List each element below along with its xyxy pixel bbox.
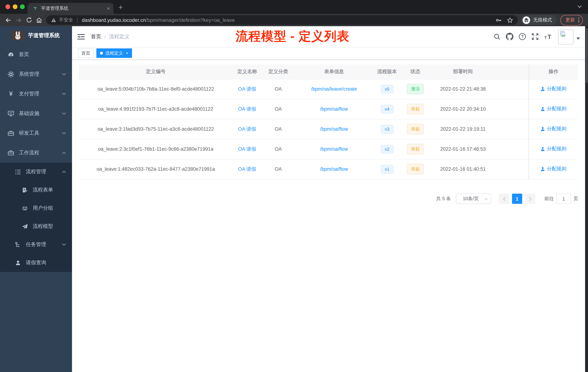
security-label[interactable]: 不安全: [59, 17, 73, 23]
incognito-icon: [523, 16, 530, 24]
form-link[interactable]: /bpm/oa/flow: [320, 126, 348, 132]
back-icon[interactable]: [5, 17, 12, 23]
sidebar-item-user-group[interactable]: 用户分组: [0, 199, 72, 217]
tag-close-icon[interactable]: ×: [126, 51, 128, 55]
incognito-badge: 无痕模式: [521, 15, 556, 25]
sidebar-item-task-management[interactable]: 任务管理: [0, 236, 72, 254]
url-text[interactable]: dashboard.yudao.iocoder.cn/bpm/manager/d…: [82, 17, 491, 23]
definition-name-link[interactable]: OA 请假: [238, 86, 256, 92]
reload-icon[interactable]: [26, 17, 32, 23]
table-body: oa_leave:5:004b710b-7b8a-11ec-8ef0-acde4…: [79, 79, 578, 179]
logo-rabbit-image: [12, 31, 24, 40]
window-minimize-button[interactable]: [13, 4, 17, 9]
cell-actions: 分配规则: [528, 159, 578, 179]
cell-deploy-time: 2022-01-22 20:34:10: [430, 99, 496, 119]
next-page-button[interactable]: [525, 194, 535, 204]
col-deploy-time: 部署时间: [430, 65, 496, 79]
breadcrumb-home[interactable]: 首页: [91, 33, 101, 40]
new-tab-button[interactable]: +: [118, 3, 123, 12]
main-area: 首页 / 流程定义 流程模型 - 定义列表 ?: [72, 26, 588, 372]
sidebar-item-process-management[interactable]: 流程管理: [0, 163, 72, 181]
assign-rule-link[interactable]: 分配规则: [540, 146, 567, 152]
cell-definition-id: oa_leave:2:3c1f0ef1-76b1-11ec-9c66-a2380…: [79, 139, 232, 159]
sidebar-item-process-form[interactable]: 流程表单: [0, 181, 72, 199]
page-number-button[interactable]: 1: [512, 194, 522, 204]
github-icon[interactable]: [506, 33, 514, 40]
window-zoom-button[interactable]: [20, 4, 25, 9]
scrollbar-thumb[interactable]: [586, 28, 588, 83]
cell-actions: 分配规则: [528, 139, 578, 159]
table-row: oa_leave:4:991f2193-7b7f-11ec-a3c8-acde4…: [79, 99, 578, 119]
definition-name-link[interactable]: OA 请假: [238, 126, 256, 131]
page-scrollbar[interactable]: [585, 26, 588, 372]
sidebar-item-workflow[interactable]: 工作流程: [0, 143, 72, 163]
forward-icon[interactable]: [15, 17, 22, 23]
form-link[interactable]: /bpm/oa/flow: [320, 146, 348, 152]
avatar-broken-image[interactable]: [558, 29, 573, 44]
tag-process-definition[interactable]: 流程定义 ×: [96, 48, 132, 58]
tag-home[interactable]: 首页: [78, 48, 94, 58]
tree-icon: [15, 241, 21, 248]
browser-menu-icon[interactable]: [578, 17, 579, 23]
version-badge: v1: [381, 165, 393, 174]
status-badge: 挂起: [407, 164, 424, 174]
security-warning-icon[interactable]: [51, 17, 56, 22]
window-close-button[interactable]: [5, 4, 10, 9]
cell-definition-name: OA 请假: [232, 159, 262, 179]
user-icon: [15, 260, 21, 266]
font-size-icon[interactable]: TT: [544, 33, 553, 40]
definition-name-link[interactable]: OA 请假: [238, 166, 256, 172]
sidebar-item-payment[interactable]: ¥ 支付管理: [0, 84, 72, 104]
update-label[interactable]: 更新: [566, 17, 575, 23]
sidebar-item-label: 系统管理: [19, 71, 39, 77]
browser-tab[interactable]: 芋道管理系统 ×: [28, 3, 114, 14]
definition-name-link[interactable]: OA 请假: [238, 146, 256, 152]
sidebar-logo[interactable]: 芋道管理系统: [0, 26, 72, 45]
sidebar-item-process-model[interactable]: 流程模型: [0, 217, 72, 236]
home-icon[interactable]: [36, 17, 42, 23]
table-row: oa_leave:2:3c1f0ef1-76b1-11ec-9c66-a2380…: [79, 139, 578, 159]
sidebar-item-infrastructure[interactable]: 基础设施: [0, 104, 72, 123]
bookmark-star-icon[interactable]: [507, 17, 513, 23]
definition-name-link[interactable]: OA 请假: [238, 106, 256, 111]
cell-status: 挂起: [401, 159, 430, 179]
status-badge: 挂起: [407, 144, 424, 154]
assign-rule-link[interactable]: 分配规则: [540, 86, 567, 92]
address-bar[interactable]: 不安全 dashboard.yudao.iocoder.cn/bpm/manag…: [46, 15, 518, 25]
sidebar-collapse-icon[interactable]: [77, 33, 85, 40]
avatar-dropdown-caret-icon[interactable]: [576, 37, 580, 42]
password-key-icon[interactable]: [496, 17, 502, 23]
cell-filler: [496, 119, 528, 139]
chevron-up-icon: [62, 170, 66, 173]
goto-page-input[interactable]: 1: [556, 194, 571, 204]
sidebar-item-home[interactable]: 首页: [0, 45, 72, 65]
browser-update-button[interactable]: 更新: [560, 15, 583, 25]
col-actions: 操作: [528, 65, 578, 79]
sidebar-item-label: 研发工具: [19, 130, 39, 136]
assign-rule-link[interactable]: 分配规则: [540, 106, 567, 112]
cell-actions: 分配规则: [528, 99, 578, 119]
page-content: 定义编号 定义名称 定义分类 表单信息 流程版本 状态 部署时间 操作: [72, 65, 588, 372]
page-size-select[interactable]: 10条/页: [456, 194, 491, 204]
search-icon[interactable]: [494, 33, 501, 40]
tab-search-chevron-icon[interactable]: [577, 5, 582, 8]
col-filler: [496, 65, 528, 79]
favicon-seedling-icon: [33, 6, 38, 11]
cell-process-version: v5: [373, 79, 401, 99]
fullscreen-icon[interactable]: [531, 33, 539, 40]
form-link[interactable]: /bpm/oa/leave/create: [311, 86, 357, 92]
prev-page-button[interactable]: [499, 194, 509, 204]
tag-label: 首页: [82, 50, 90, 56]
form-link[interactable]: /bpm/oa/flow: [320, 166, 348, 172]
sidebar-item-leave-query[interactable]: 请假查询: [0, 254, 72, 272]
tab-close-icon[interactable]: ×: [107, 6, 110, 11]
cell-actions: 分配规则: [528, 79, 578, 99]
assign-rule-link[interactable]: 分配规则: [540, 126, 567, 132]
sidebar-item-system[interactable]: 系统管理: [0, 65, 72, 84]
sidebar-item-dev-tools[interactable]: 研发工具: [0, 123, 72, 143]
cell-definition-name: OA 请假: [232, 119, 262, 139]
help-icon[interactable]: ?: [519, 33, 526, 40]
assign-rule-link[interactable]: 分配规则: [540, 166, 567, 172]
sidebar-item-label: 流程管理: [26, 169, 46, 175]
form-link[interactable]: /bpm/oa/flow: [320, 106, 348, 112]
